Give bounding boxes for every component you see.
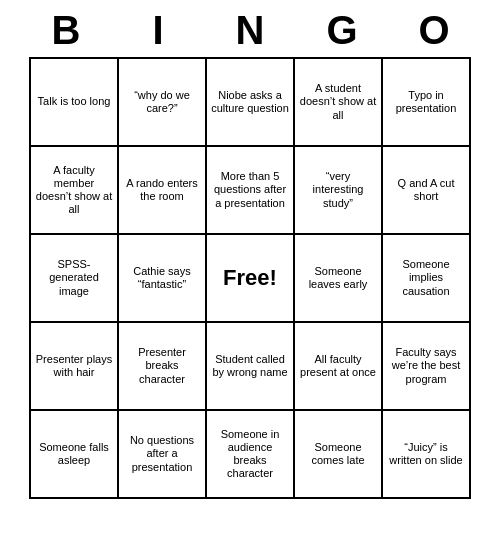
bingo-cell: Cathie says “fantastic” [119,235,207,323]
bingo-cell: Student called by wrong name [207,323,295,411]
bingo-cell: Niobe asks a culture question [207,59,295,147]
bingo-cell: Typo in presentation [383,59,471,147]
bingo-cell: All faculty present at once [295,323,383,411]
bingo-cell: Faculty says we’re the best program [383,323,471,411]
bingo-cell: “very interesting study” [295,147,383,235]
bingo-cell: Presenter breaks character [119,323,207,411]
bingo-cell: More than 5 questions after a presentati… [207,147,295,235]
bingo-cell: Someone comes late [295,411,383,499]
bingo-letter: G [298,8,386,53]
bingo-cell: Talk is too long [31,59,119,147]
bingo-cell: Q and A cut short [383,147,471,235]
bingo-cell: Someone falls asleep [31,411,119,499]
bingo-cell: A student doesn’t show at all [295,59,383,147]
bingo-title: BINGO [20,0,480,57]
bingo-cell: Someone implies causation [383,235,471,323]
bingo-cell: A rando enters the room [119,147,207,235]
bingo-letter: N [206,8,294,53]
bingo-letter: B [22,8,110,53]
bingo-cell: Someone leaves early [295,235,383,323]
bingo-cell: Free! [207,235,295,323]
bingo-letter: I [114,8,202,53]
bingo-cell: Presenter plays with hair [31,323,119,411]
bingo-cell: SPSS-generated image [31,235,119,323]
bingo-cell: Someone in audience breaks character [207,411,295,499]
bingo-grid: Talk is too long“why do we care?”Niobe a… [29,57,471,499]
bingo-cell: “Juicy” is written on slide [383,411,471,499]
bingo-letter: O [390,8,478,53]
bingo-cell: “why do we care?” [119,59,207,147]
bingo-cell: A faculty member doesn’t show at all [31,147,119,235]
bingo-cell: No questions after a presentation [119,411,207,499]
